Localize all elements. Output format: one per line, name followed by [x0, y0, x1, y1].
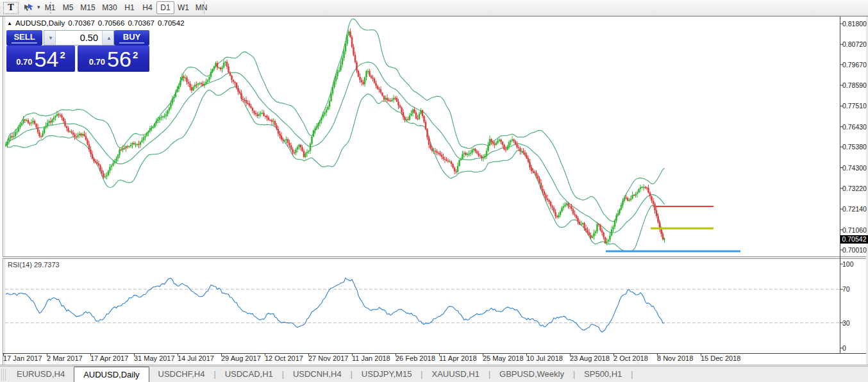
rsi-axis-label: 30	[842, 319, 850, 327]
date-axis-label: 17 Jan 2017	[3, 354, 42, 362]
buy-button-label: BUY	[123, 32, 140, 42]
price-axis-label: 0.78590	[842, 81, 867, 89]
price-axis-label: 0.72140	[842, 205, 867, 213]
sell-price-button[interactable]: 0.70 54 2	[6, 46, 75, 72]
date-axis-label: 23 Aug 2018	[570, 354, 610, 362]
sell-price-prefix: 0.70	[16, 57, 32, 72]
mt4-terminal: T ▾ M1M5M15M30H1H4D1W1MN ▲AUDUSD,Daily0.…	[0, 0, 868, 382]
one-click-panel-toggle[interactable]: ▲	[7, 21, 12, 26]
ohlc-open: 0.70367	[68, 19, 95, 27]
volume-spinner: ▼ ▲	[44, 30, 114, 46]
sell-button[interactable]: SELL	[6, 30, 42, 46]
price-axis-label: 0.74300	[842, 164, 867, 172]
price-axis-label: 0.70010	[842, 246, 867, 254]
chart-ohlc-header: ▲AUDUSD,Daily0.703670.705660.703670.7054…	[7, 19, 185, 27]
date-axis-label: 31 May 2017	[134, 354, 175, 362]
tab-bar-grip[interactable]	[1, 369, 6, 381]
date-axis-label: 29 Aug 2017	[221, 354, 261, 362]
price-axis-label: 0.71060	[842, 226, 867, 234]
date-axis-label: 10 Jul 2018	[526, 354, 563, 362]
volume-input[interactable]	[56, 31, 102, 45]
chart-tab-eurusd-h4[interactable]: EURUSD,H4	[8, 367, 74, 382]
date-axis-label: 11 Jan 2018	[352, 354, 390, 362]
chart-tab-usdjpy-m15[interactable]: USDJPY,M15	[353, 367, 421, 382]
sell-button-label: SELL	[13, 32, 35, 42]
buy-price-big: 56	[107, 48, 131, 70]
sell-price-big: 54	[35, 48, 59, 70]
date-axis-label: 2 Oct 2018	[613, 354, 648, 362]
rsi-line	[6, 278, 665, 332]
date-axis-label: 17 Apr 2017	[90, 354, 128, 362]
ohlc-close: 0.70542	[158, 19, 185, 27]
date-axis-label: 27 Nov 2017	[308, 354, 348, 362]
volume-decrease-button[interactable]: ▼	[44, 31, 56, 45]
price-axis-label: 0.75380	[842, 143, 867, 151]
date-axis-label: 11 Apr 2018	[439, 354, 477, 362]
price-axis-label: 0.77510	[842, 102, 867, 110]
date-axis-label: 15 Dec 2018	[701, 354, 740, 362]
chart-tab-xauusd-h1[interactable]: XAUUSD,H1	[422, 367, 488, 382]
chart-tab-usdcnh-h4[interactable]: USDCNH,H4	[284, 367, 351, 382]
buy-price-button[interactable]: 0.70 56 2	[78, 46, 149, 72]
buy-underline	[119, 42, 144, 44]
date-axis-label: 8 Nov 2018	[657, 354, 693, 362]
current-price-tag: 0.70542	[840, 235, 868, 244]
chart-tab-audusd-daily[interactable]: AUDUSD,Daily	[74, 367, 149, 382]
sell-underline	[12, 42, 37, 44]
rsi-axis-label: 70	[842, 285, 850, 293]
price-axis-label: 0.79670	[842, 61, 867, 69]
price-axis-label: 0.80720	[842, 40, 867, 48]
buy-price-prefix: 0.70	[89, 57, 105, 72]
buy-button[interactable]: BUY	[114, 30, 149, 46]
one-click-trading-panel: SELL ▼ ▲ BUY 0.70 54 2 0.70 56 2	[6, 30, 149, 72]
ohlc-high: 0.70566	[98, 19, 125, 27]
ohlc-low: 0.70367	[128, 19, 154, 27]
chart-tab-usdchf-h4[interactable]: USDCHF,H4	[149, 367, 214, 382]
rsi-indicator-label: RSI(14) 29.7373	[8, 261, 60, 269]
date-axis-label: 2 Mar 2017	[47, 354, 83, 362]
chart-tab-usdcad-h1[interactable]: USDCAD,H1	[216, 367, 282, 382]
sell-price-pipette: 2	[60, 46, 65, 60]
price-axis-label: 0.76430	[842, 123, 867, 131]
tab-separator: |	[631, 367, 633, 382]
price-axis-label: 0.81800	[842, 20, 867, 28]
date-axis-label: 12 Oct 2017	[265, 354, 303, 362]
chart-tab-bar: EURUSD,H4AUDUSD,DailyUSDCHF,H4|USDCAD,H1…	[0, 366, 868, 382]
date-axis-label: 26 Feb 2018	[396, 354, 435, 362]
chart-symbol-period: AUDUSD,Daily	[15, 19, 65, 27]
chart-tab-gbpusd-weekly[interactable]: GBPUSD,Weekly	[490, 367, 573, 382]
rsi-axis-label: 100	[842, 260, 854, 268]
date-axis-label: 14 Jul 2017	[178, 354, 214, 362]
volume-increase-button[interactable]: ▲	[102, 31, 113, 45]
rsi-axis-label: 0	[842, 344, 846, 352]
price-axis-label: 0.73220	[842, 185, 867, 192]
buy-price-pipette: 2	[133, 46, 138, 60]
chart-tab-sp500-h1[interactable]: SP500,H1	[575, 367, 631, 382]
date-axis-label: 25 May 2018	[483, 354, 524, 362]
